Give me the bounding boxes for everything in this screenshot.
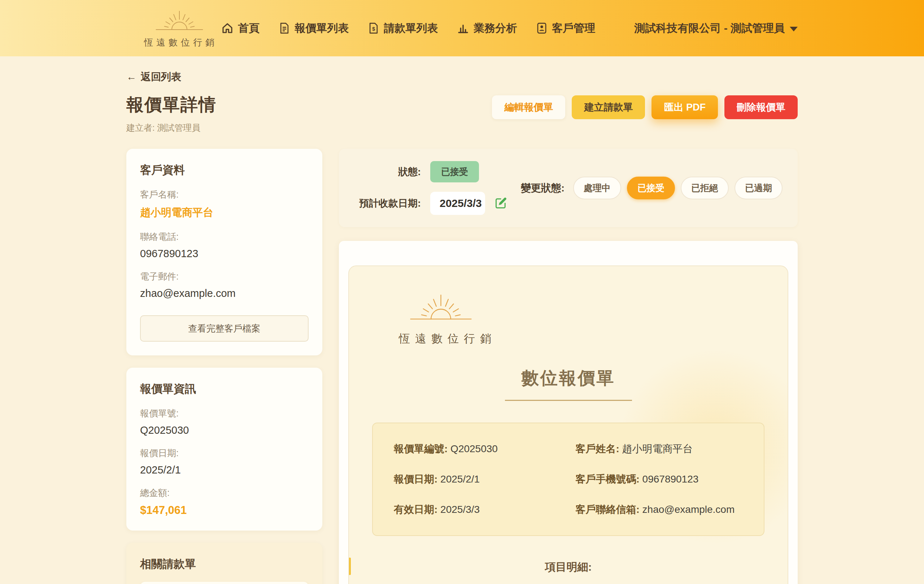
info-valid-date: 有效日期: 2025/3/3	[394, 503, 561, 516]
back-to-list-link[interactable]: ← 返回列表	[126, 70, 181, 84]
customer-name-label: 客戶名稱:	[140, 189, 309, 200]
status-option-expired[interactable]: 已過期	[734, 177, 782, 199]
quote-number-value: Q2025030	[140, 424, 309, 436]
sidebar: 客戶資料 客戶名稱: 趙小明電商平台 聯絡電話: 0967890123 電子郵件…	[126, 149, 322, 584]
info-quote-date: 報價日期: 2025/2/1	[394, 472, 561, 486]
nav-item-invoice-list[interactable]: $ 請款單列表	[368, 21, 438, 36]
status-option-processing[interactable]: 處理中	[573, 177, 621, 199]
items-section-title: 項目明細:	[372, 560, 764, 575]
view-customer-profile-button[interactable]: 查看完整客戶檔案	[140, 315, 309, 342]
quote-document-card: 恆遠數位行銷 數位報價單 報價單編號: Q2025030 客戶姓名: 趙小明電商…	[339, 241, 798, 584]
quote-date-label: 報價日期:	[140, 447, 309, 459]
svg-text:$: $	[372, 26, 375, 32]
related-invoices-title: 相關請款單	[140, 557, 309, 572]
customer-card-title: 客戶資料	[140, 162, 309, 178]
bar-chart-icon	[457, 22, 469, 34]
invoice-file-icon: $	[368, 22, 379, 34]
top-navbar: 恆遠數位行銷 首頁	[0, 0, 924, 56]
quote-date-value: 2025/2/1	[140, 464, 309, 476]
status-option-rejected[interactable]: 已拒絕	[681, 177, 729, 199]
quote-info-box: 報價單編號: Q2025030 客戶姓名: 趙小明電商平台 報價日期: 2025…	[372, 423, 764, 536]
info-customer-phone: 客戶手機號碼: 0967890123	[576, 472, 743, 486]
sunburst-logo-icon	[406, 322, 476, 328]
quote-number-label: 報價單號:	[140, 407, 309, 419]
sunburst-logo-icon	[152, 8, 206, 36]
quote-total-label: 總金額:	[140, 487, 309, 499]
pencil-square-icon	[495, 197, 508, 210]
quote-info-card: 報價單資訊 報價單號: Q2025030 報價日期: 2025/2/1 總金額:…	[126, 368, 322, 531]
quote-card-title: 報價單資訊	[140, 381, 309, 397]
document-title: 數位報價單	[372, 367, 764, 390]
customer-info-card: 客戶資料 客戶名稱: 趙小明電商平台 聯絡電話: 0967890123 電子郵件…	[126, 149, 322, 356]
change-status-group: 變更狀態: 處理中 已接受 已拒絕 已過期	[521, 177, 782, 199]
home-icon	[222, 22, 233, 34]
page-title: 報價單詳情	[126, 93, 216, 116]
brand-logo: 恆遠數位行銷	[141, 8, 218, 48]
export-pdf-button[interactable]: 匯出 PDF	[652, 95, 718, 119]
change-status-label: 變更狀態:	[521, 181, 564, 195]
edit-date-button[interactable]	[495, 197, 508, 210]
nav-item-customers[interactable]: 客戶管理	[536, 21, 595, 36]
chevron-down-icon	[790, 27, 798, 31]
main-column: 狀態: 已接受 預計收款日期: 2025/3/3	[339, 149, 798, 584]
brand-name: 恆遠數位行銷	[141, 36, 218, 48]
info-quote-number: 報價單編號: Q2025030	[394, 442, 561, 456]
edit-quote-button[interactable]: 編輯報價單	[492, 95, 565, 119]
back-arrow-icon: ←	[126, 71, 137, 83]
customer-name-link[interactable]: 趙小明電商平台	[140, 205, 309, 220]
quote-total-value: $147,061	[140, 504, 309, 517]
quote-document: 恆遠數位行銷 數位報價單 報價單編號: Q2025030 客戶姓名: 趙小明電商…	[348, 265, 788, 584]
nav-menu: 首頁 報價單列表 $	[222, 21, 798, 36]
status-bar: 狀態: 已接受 預計收款日期: 2025/3/3	[339, 149, 798, 227]
status-label: 狀態:	[354, 165, 421, 179]
status-badge: 已接受	[430, 161, 479, 182]
expected-payment-date-input[interactable]: 2025/3/3	[430, 192, 485, 215]
quote-file-icon	[279, 22, 290, 34]
create-invoice-button[interactable]: 建立請款單	[572, 95, 645, 119]
document-brand-name: 恆遠數位行銷	[394, 331, 488, 346]
customer-phone-value: 0967890123	[140, 248, 309, 260]
document-brand-logo: 恆遠數位行銷	[394, 291, 488, 346]
nav-item-quote-list[interactable]: 報價單列表	[279, 21, 349, 36]
invoice-list-item: INV-202505-5645 請款日期: 2025/5/11 $147,061…	[140, 582, 309, 584]
delete-quote-button[interactable]: 刪除報價單	[724, 95, 798, 119]
info-customer-name: 客戶姓名: 趙小明電商平台	[576, 442, 743, 456]
action-buttons: 編輯報價單 建立請款單 匯出 PDF 刪除報價單	[492, 95, 798, 119]
title-underline	[505, 400, 632, 401]
customer-email-value: zhao@example.com	[140, 288, 309, 299]
customer-phone-label: 聯絡電話:	[140, 231, 309, 243]
user-menu[interactable]: 測試科技有限公司 - 測試管理員	[634, 21, 798, 36]
expected-date-label: 預計收款日期:	[354, 197, 421, 210]
nav-item-home[interactable]: 首頁	[222, 21, 259, 36]
status-option-accepted[interactable]: 已接受	[627, 177, 675, 199]
customers-icon	[536, 22, 547, 34]
user-menu-label: 測試科技有限公司 - 測試管理員	[634, 21, 785, 36]
quote-detail-page: 恆遠數位行銷 首頁	[0, 0, 924, 584]
nav-item-analytics[interactable]: 業務分析	[457, 21, 517, 36]
related-invoices-card: 相關請款單 INV-202505-5645 請款日期: 2025/5/11 $1…	[126, 543, 322, 584]
customer-email-label: 電子郵件:	[140, 271, 309, 283]
creator-subtitle: 建立者: 測試管理員	[126, 122, 216, 134]
info-customer-email: 客戶聯絡信箱: zhao@example.com	[576, 503, 743, 516]
